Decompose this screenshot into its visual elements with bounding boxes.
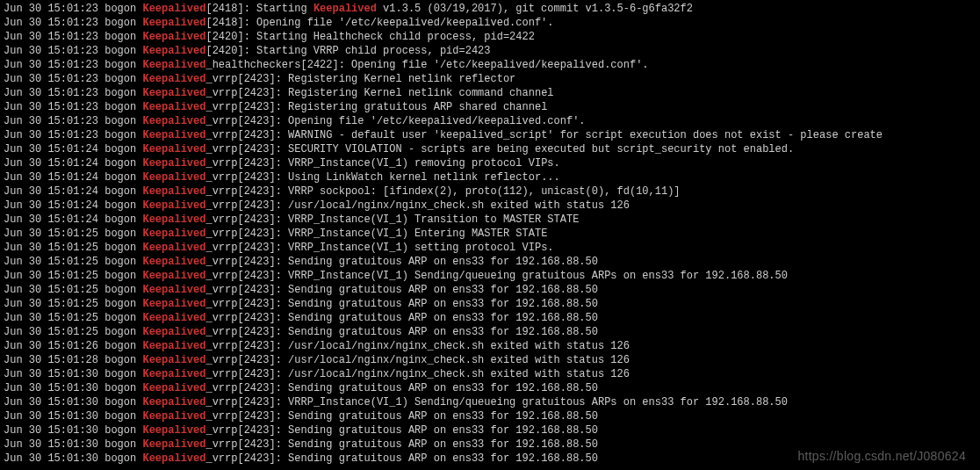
log-pid: [2420]: bbox=[205, 45, 256, 57]
log-pid: [2423]: bbox=[237, 438, 288, 451]
log-prefix: Jun 30 15:01:23 bogon bbox=[4, 31, 142, 43]
log-pid: [2423]: bbox=[237, 354, 288, 366]
log-message: Sending gratuitous ARP on ens33 for 192.… bbox=[288, 410, 598, 423]
log-prefix: Jun 30 15:01:30 bogon bbox=[4, 452, 142, 465]
keepalived-highlight: Keepalived bbox=[142, 298, 205, 310]
log-message: Sending gratuitous ARP on ens33 for 192.… bbox=[288, 298, 598, 310]
log-line: Jun 30 15:01:23 bogon Keepalived_vrrp[24… bbox=[4, 72, 976, 86]
log-prefix: Jun 30 15:01:25 bogon bbox=[4, 270, 142, 282]
log-prefix: Jun 30 15:01:25 bogon bbox=[4, 312, 142, 324]
keepalived-highlight: Keepalived bbox=[142, 410, 205, 423]
log-prefix: Jun 30 15:01:23 bogon bbox=[4, 115, 142, 127]
keepalived-highlight: Keepalived bbox=[142, 326, 205, 338]
log-prefix: Jun 30 15:01:23 bogon bbox=[4, 59, 142, 71]
log-line: Jun 30 15:01:23 bogon Keepalived_vrrp[24… bbox=[4, 86, 976, 100]
log-prefix: Jun 30 15:01:25 bogon bbox=[4, 242, 142, 254]
log-prefix: Jun 30 15:01:24 bogon bbox=[4, 157, 142, 170]
log-line: Jun 30 15:01:25 bogon Keepalived_vrrp[24… bbox=[4, 283, 976, 297]
log-prefix: Jun 30 15:01:23 bogon bbox=[4, 101, 142, 113]
log-prefix: Jun 30 15:01:30 bogon bbox=[4, 382, 142, 394]
log-message: VRRP_Instance(VI_1) Entering MASTER STAT… bbox=[288, 228, 547, 240]
log-line: Jun 30 15:01:28 bogon Keepalived_vrrp[24… bbox=[4, 353, 976, 367]
keepalived-highlight: Keepalived bbox=[142, 354, 205, 366]
log-pid: [2423]: bbox=[237, 101, 288, 113]
log-line: Jun 30 15:01:25 bogon Keepalived_vrrp[24… bbox=[4, 297, 976, 311]
keepalived-highlight: Keepalived bbox=[142, 3, 205, 15]
log-pid: [2418]: bbox=[205, 3, 256, 15]
log-line: Jun 30 15:01:25 bogon Keepalived_vrrp[24… bbox=[4, 241, 976, 255]
log-pid: [2423]: bbox=[237, 129, 288, 141]
log-message: Sending gratuitous ARP on ens33 for 192.… bbox=[288, 284, 598, 296]
keepalived-highlight: Keepalived bbox=[142, 87, 205, 99]
log-message: VRRP_Instance(VI_1) removing protocol VI… bbox=[288, 157, 560, 170]
log-pid: [2423]: bbox=[237, 424, 288, 437]
log-line: Jun 30 15:01:25 bogon Keepalived_vrrp[24… bbox=[4, 255, 976, 269]
log-line: Jun 30 15:01:23 bogon Keepalived_vrrp[24… bbox=[4, 114, 976, 128]
log-pid: [2423]: bbox=[237, 157, 288, 170]
log-message: Sending gratuitous ARP on ens33 for 192.… bbox=[288, 326, 598, 338]
log-prefix: Jun 30 15:01:23 bogon bbox=[4, 129, 142, 141]
log-pid: [2423]: bbox=[237, 326, 288, 338]
keepalived-highlight: Keepalived bbox=[142, 213, 205, 226]
log-pid: [2423]: bbox=[237, 256, 288, 268]
terminal-log-area[interactable]: Jun 30 15:01:23 bogon Keepalived[2418]: … bbox=[4, 2, 976, 466]
log-message: Sending gratuitous ARP on ens33 for 192.… bbox=[288, 312, 598, 324]
log-prefix: Jun 30 15:01:24 bogon bbox=[4, 171, 142, 184]
log-line: Jun 30 15:01:30 bogon Keepalived_vrrp[24… bbox=[4, 381, 976, 395]
log-message: Sending gratuitous ARP on ens33 for 192.… bbox=[288, 424, 598, 437]
log-message: VRRP_Instance(VI_1) setting protocol VIP… bbox=[288, 242, 553, 254]
keepalived-highlight: Keepalived bbox=[313, 3, 377, 15]
keepalived-highlight: Keepalived bbox=[142, 256, 205, 268]
log-line: Jun 30 15:01:25 bogon Keepalived_vrrp[24… bbox=[4, 227, 976, 241]
log-prefix: Jun 30 15:01:23 bogon bbox=[4, 3, 142, 15]
log-line: Jun 30 15:01:23 bogon Keepalived_healthc… bbox=[4, 58, 976, 72]
log-message: Registering gratuitous ARP shared channe… bbox=[288, 101, 547, 113]
log-line: Jun 30 15:01:25 bogon Keepalived_vrrp[24… bbox=[4, 269, 976, 283]
log-prefix: Jun 30 15:01:30 bogon bbox=[4, 410, 142, 423]
log-prefix: Jun 30 15:01:30 bogon bbox=[4, 438, 142, 451]
log-pid: [2423]: bbox=[237, 242, 288, 254]
log-prefix: Jun 30 15:01:24 bogon bbox=[4, 213, 142, 226]
log-message: Sending gratuitous ARP on ens33 for 192.… bbox=[288, 256, 598, 268]
log-pid: [2423]: bbox=[237, 270, 288, 282]
log-pid: [2418]: bbox=[205, 17, 256, 29]
log-line: Jun 30 15:01:30 bogon Keepalived_vrrp[24… bbox=[4, 409, 976, 423]
log-line: Jun 30 15:01:23 bogon Keepalived_vrrp[24… bbox=[4, 128, 976, 142]
keepalived-highlight: Keepalived bbox=[142, 185, 205, 198]
log-prefix: Jun 30 15:01:30 bogon bbox=[4, 396, 142, 409]
log-pid: [2423]: bbox=[237, 213, 288, 226]
keepalived-highlight: Keepalived bbox=[142, 424, 205, 437]
log-line: Jun 30 15:01:24 bogon Keepalived_vrrp[24… bbox=[4, 199, 976, 213]
log-message: SECURITY VIOLATION - scripts are being e… bbox=[288, 143, 794, 155]
log-message: Sending gratuitous ARP on ens33 for 192.… bbox=[288, 452, 598, 465]
log-message: Opening file '/etc/keepalived/keepalived… bbox=[351, 59, 648, 71]
log-pid: [2423]: bbox=[237, 452, 288, 465]
keepalived-highlight: Keepalived bbox=[142, 270, 205, 282]
log-line: Jun 30 15:01:24 bogon Keepalived_vrrp[24… bbox=[4, 213, 976, 227]
log-pid: [2423]: bbox=[237, 228, 288, 240]
log-message: Starting Healthcheck child process, pid=… bbox=[256, 31, 535, 43]
log-message: Registering Kernel netlink command chann… bbox=[288, 87, 553, 99]
log-pid: [2423]: bbox=[237, 368, 288, 380]
log-message: /usr/local/nginx/nginx_check.sh exited w… bbox=[288, 354, 630, 366]
log-line: Jun 30 15:01:24 bogon Keepalived_vrrp[24… bbox=[4, 156, 976, 170]
log-prefix: Jun 30 15:01:25 bogon bbox=[4, 326, 142, 338]
log-pid: [2423]: bbox=[237, 298, 288, 310]
log-pid: [2423]: bbox=[237, 410, 288, 423]
log-line: Jun 30 15:01:24 bogon Keepalived_vrrp[24… bbox=[4, 170, 976, 184]
log-message: WARNING - default user 'keepalived_scrip… bbox=[288, 129, 883, 141]
log-prefix: Jun 30 15:01:26 bogon bbox=[4, 340, 142, 352]
log-line: Jun 30 15:01:30 bogon Keepalived_vrrp[24… bbox=[4, 423, 976, 437]
log-message: VRRP_Instance(VI_1) Transition to MASTER… bbox=[288, 213, 579, 226]
keepalived-highlight: Keepalived bbox=[142, 368, 205, 380]
log-prefix: Jun 30 15:01:25 bogon bbox=[4, 256, 142, 268]
log-pid: [2423]: bbox=[237, 185, 288, 198]
log-prefix: Jun 30 15:01:24 bogon bbox=[4, 143, 142, 155]
log-pid: [2423]: bbox=[237, 284, 288, 296]
log-message: VRRP_Instance(VI_1) Sending/queueing gra… bbox=[288, 270, 788, 282]
log-message: Sending gratuitous ARP on ens33 for 192.… bbox=[288, 438, 598, 451]
keepalived-highlight: Keepalived bbox=[142, 129, 205, 141]
log-line: Jun 30 15:01:30 bogon Keepalived_vrrp[24… bbox=[4, 395, 976, 409]
log-line: Jun 30 15:01:23 bogon Keepalived[2420]: … bbox=[4, 30, 976, 44]
keepalived-highlight: Keepalived bbox=[142, 31, 205, 43]
